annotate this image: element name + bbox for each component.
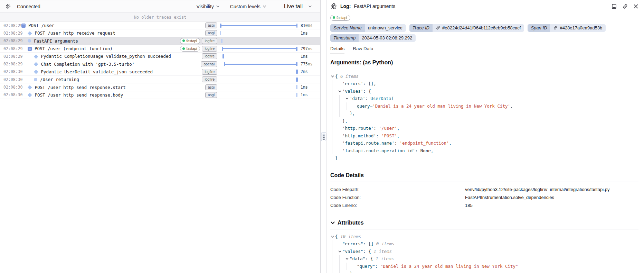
span-duration-bar: [224, 62, 297, 66]
diamond-icon: [28, 85, 32, 89]
trace-row[interactable]: 02:08:30/User returninglogfire: [0, 76, 320, 83]
row-badges: logfire: [202, 53, 217, 59]
indent-guide: [332, 270, 332, 273]
meta-chip-span-id[interactable]: Span ID#428e17a0ea9ad53b: [528, 24, 606, 32]
span-duration-bar: [220, 24, 297, 28]
attributes-heading-label: Attributes: [338, 220, 364, 226]
trace-row[interactable]: 02:08:29POST /user (endpoint_function)fa…: [0, 45, 320, 53]
duration-track: [220, 85, 297, 90]
row-timestamp: 02:08:29: [3, 31, 21, 36]
row-badges: asgi: [205, 22, 217, 28]
chevron-down-icon[interactable]: [338, 250, 342, 253]
indent-guide: [347, 263, 347, 270]
chevron-down-icon: [216, 4, 220, 8]
indent-guide: [339, 270, 340, 273]
code-details-table: Code Filepath:venv/lib/python3.12/site-p…: [330, 185, 638, 209]
visibility-dropdown[interactable]: Visibility: [197, 4, 220, 9]
scope-pill-row: fastapi: [330, 14, 638, 21]
row-badges: fastapilogfire: [180, 38, 217, 44]
trace-row[interactable]: 02:08:30POST /user http send response.bo…: [0, 91, 320, 99]
indent-guide: [332, 80, 332, 88]
trace-row[interactable]: 02:08:30Pydantic UserDetail validate_jso…: [0, 68, 320, 76]
meta-chip-timestamp: Timestamp2024-05-03 02:08:29.292: [330, 34, 416, 42]
link-icon: [553, 25, 558, 30]
tree-line: 'fastapi.route.name': 'endpoint_function…: [330, 139, 638, 147]
settings-gear-button[interactable]: [5, 3, 11, 9]
scope-badge: openai: [201, 61, 217, 67]
duration-track: [220, 54, 297, 59]
span-name: /User returning: [40, 77, 79, 82]
trace-row[interactable]: 02:08:29FastAPI argumentsfastapilogfire: [0, 37, 320, 45]
tree-line: 'data': UserData(: [330, 95, 638, 102]
chip-value: 2024-05-03 02:08:29.292: [359, 34, 416, 42]
code-detail-label: Code Filepath:: [330, 185, 465, 193]
row-timestamp: 02:08:29: [3, 54, 21, 59]
duration-label: 1ms: [297, 31, 320, 36]
custom-levels-label: Custom levels: [230, 4, 261, 9]
tab-raw-data[interactable]: Raw Data: [353, 46, 373, 54]
duration-track: [220, 77, 297, 82]
indent-guide: [332, 110, 332, 117]
scope-badge: logfire: [202, 38, 217, 44]
row-badges: logfire: [202, 69, 217, 75]
tree-line: { 6 items: [330, 73, 638, 80]
tree-line: 'errors': [],: [330, 80, 638, 88]
indent-guide: [347, 102, 347, 110]
tab-details[interactable]: Details: [330, 46, 344, 54]
duration-label: 2ms: [297, 69, 320, 74]
chevron-down-icon[interactable]: [338, 90, 342, 93]
attributes-heading: Attributes: [330, 220, 638, 226]
chevron-down-icon[interactable]: [331, 235, 334, 238]
duration-track: [220, 23, 297, 28]
tree-line: query='Daniel is a 24 year old man livin…: [330, 102, 638, 110]
duration-label: 775ms: [297, 62, 320, 66]
indent-guide: [332, 88, 332, 95]
log-title: FastAPI arguments: [354, 3, 395, 9]
trace-row[interactable]: 02:08:29Chat Completion with 'gpt-3.5-tu…: [0, 60, 320, 68]
meta-chip-trace-id[interactable]: Trace ID#e8224d24d41f064b112c6eb9cb58cac…: [409, 24, 524, 32]
divider-line: [330, 69, 638, 69]
trace-row[interactable]: 02:08:29POST /userasgi810ms: [0, 22, 320, 29]
divider-drag-handle[interactable]: [321, 132, 326, 141]
logfire-live-view: Connected Visibility Custom levels Live …: [0, 0, 644, 273]
chevron-down-icon[interactable]: [345, 257, 349, 261]
instant-duration-tick: [296, 70, 298, 74]
row-badges: openai: [201, 61, 217, 67]
diamond-icon: [28, 93, 32, 97]
indent-guide: [332, 248, 332, 255]
span-name: POST /user (endpoint_function): [35, 46, 113, 51]
trace-row[interactable]: 02:08:29Pydantic CompletionUsage validat…: [0, 53, 320, 60]
gear-icon: [5, 3, 11, 9]
instant-duration-tick: [221, 39, 222, 43]
detail-panel: Log: FastAPI arguments fastapi: [327, 0, 644, 273]
close-icon[interactable]: [633, 4, 638, 9]
diamond-icon: [28, 31, 32, 35]
row-timestamp: 02:08:29: [3, 23, 21, 28]
bug-icon: [330, 3, 337, 10]
chevron-down-icon[interactable]: [331, 75, 334, 78]
chevron-down-icon[interactable]: [345, 97, 349, 100]
live-tail-select[interactable]: Live tail: [277, 0, 320, 12]
chevron-down-icon[interactable]: [330, 220, 335, 225]
scope-badge: logfire: [202, 69, 217, 75]
indent-guide: [332, 95, 332, 102]
instant-duration-tick: [296, 78, 298, 82]
tree-line: }: [330, 270, 638, 273]
custom-levels-dropdown[interactable]: Custom levels: [230, 4, 266, 9]
link-icon[interactable]: [622, 3, 628, 9]
trace-row[interactable]: 02:08:29POST /user http receive requesta…: [0, 29, 320, 37]
span-name: POST /user http send response.start: [35, 85, 126, 90]
tree-line: 'http.method': 'POST',: [330, 132, 638, 140]
trace-row[interactable]: 02:08:30POST /user http send response.st…: [0, 83, 320, 91]
chip-value: unknown_service: [365, 24, 406, 32]
panel-layout-icon[interactable]: [611, 3, 617, 9]
green-dot-icon: [333, 16, 335, 19]
diamond-icon: [34, 62, 38, 66]
detail-tabs: Details Raw Data: [330, 46, 638, 54]
code-detail-value: venv/lib/python3.12/site-packages/logfir…: [465, 185, 609, 193]
scope-badge: asgi: [205, 84, 217, 90]
instant-duration-tick: [220, 31, 221, 35]
connection-status: Connected: [17, 4, 40, 9]
diamond-icon: [34, 70, 38, 74]
chip-value: #428e17a0ea9ad53b: [550, 24, 606, 32]
